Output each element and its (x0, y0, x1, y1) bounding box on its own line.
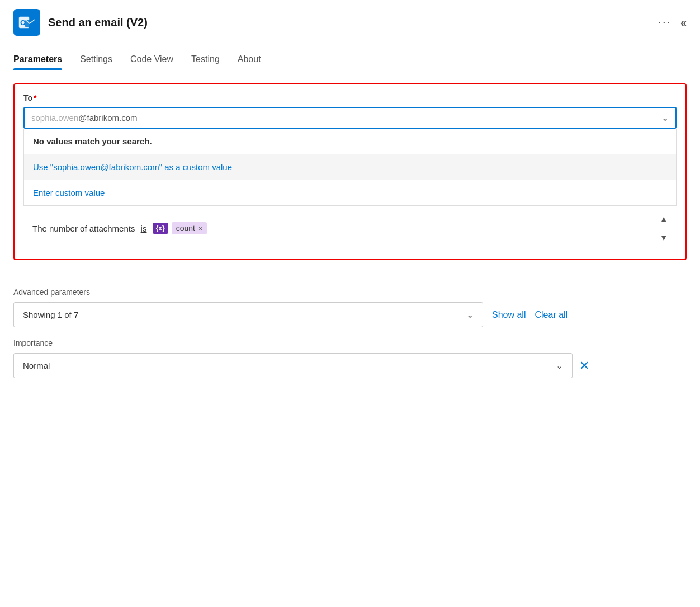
to-input[interactable]: sophia.owen@fabrikom.com (31, 113, 661, 123)
count-pill: count × (172, 222, 207, 234)
no-values-message: No values match your search. (24, 129, 676, 154)
separator (13, 276, 687, 276)
advanced-select[interactable]: Showing 1 of 7 ⌄ (13, 302, 483, 327)
dropdown-box: No values match your search. Use "sophia… (23, 129, 677, 206)
header-actions: ··· « (658, 15, 687, 30)
importance-chevron-icon: ⌄ (556, 360, 563, 371)
advanced-label: Advanced parameters (13, 288, 687, 297)
attachment-text-is: is (138, 224, 149, 233)
tab-settings[interactable]: Settings (80, 54, 112, 70)
attachment-text-before: The number of attachments (32, 224, 135, 233)
attachment-row-left: The number of attachments is {x} count × (32, 222, 660, 234)
input-black-part: @fabrikom.com (78, 113, 137, 123)
to-label: To* (23, 93, 677, 102)
main-content: To* sophia.owen@fabrikom.com ⌄ No values… (0, 70, 700, 260)
tab-testing[interactable]: Testing (191, 54, 220, 70)
arrow-up-button[interactable]: ▲ (660, 214, 668, 223)
tab-codeview[interactable]: Code View (130, 54, 173, 70)
to-input-row[interactable]: sophia.owen@fabrikom.com ⌄ (23, 107, 677, 129)
collapse-button[interactable]: « (680, 16, 687, 29)
enter-custom-value-option[interactable]: Enter custom value (24, 180, 676, 205)
show-all-button[interactable]: Show all (492, 310, 526, 320)
use-custom-value-option[interactable]: Use "sophia.owen@fabrikom.com" as a cust… (24, 154, 676, 180)
importance-row: Normal ⌄ ✕ (13, 353, 687, 378)
advanced-select-value: Showing 1 of 7 (23, 310, 78, 319)
tab-parameters[interactable]: Parameters (13, 54, 62, 70)
header: O Send an email (V2) ··· « (0, 0, 700, 43)
to-dropdown-chevron-icon[interactable]: ⌄ (661, 112, 669, 123)
clear-all-button[interactable]: Clear all (535, 310, 567, 320)
importance-value: Normal (23, 361, 50, 370)
advanced-section: Advanced parameters Showing 1 of 7 ⌄ Sho… (0, 276, 700, 389)
importance-select[interactable]: Normal ⌄ (13, 353, 573, 378)
attachment-row-right: ▲ ▼ (660, 214, 668, 242)
importance-clear-button[interactable]: ✕ (579, 359, 589, 373)
header-left: O Send an email (V2) (13, 9, 148, 36)
required-marker: * (34, 93, 36, 102)
advanced-select-chevron-icon: ⌄ (466, 309, 474, 320)
attachment-row: The number of attachments is {x} count ×… (23, 206, 677, 250)
page-title: Send an email (V2) (48, 16, 148, 29)
svg-text:O: O (20, 18, 26, 27)
to-field-container: To* sophia.owen@fabrikom.com ⌄ No values… (13, 83, 687, 260)
tab-about[interactable]: About (238, 54, 261, 70)
fx-badge[interactable]: {x} (153, 223, 168, 234)
more-options-button[interactable]: ··· (658, 15, 671, 30)
arrow-down-button[interactable]: ▼ (660, 233, 668, 242)
importance-label: Importance (13, 338, 687, 347)
app-icon: O (13, 9, 40, 36)
advanced-select-row: Showing 1 of 7 ⌄ Show all Clear all (13, 302, 687, 327)
count-remove-button[interactable]: × (198, 224, 203, 233)
input-grey-part: sophia.owen (31, 113, 78, 123)
count-label: count (176, 224, 195, 233)
tabs-bar: Parameters Settings Code View Testing Ab… (0, 43, 700, 70)
